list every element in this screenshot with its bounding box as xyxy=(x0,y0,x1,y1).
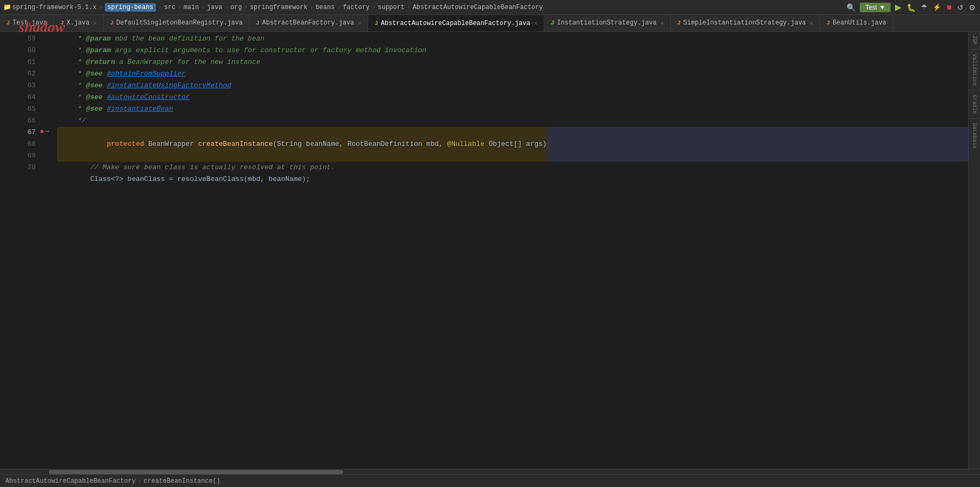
nav-sep: › xyxy=(158,4,162,11)
java-icon: J xyxy=(677,20,681,26)
code-line-63: * @see #instantiateUsingFactoryMethod xyxy=(57,80,968,92)
tab-label-abstract-bean-factory: AbstractBeanFactory.java xyxy=(262,19,354,27)
run-config-button[interactable]: Test ▼ xyxy=(860,3,891,12)
close-icon[interactable]: ✕ xyxy=(534,20,538,27)
code-line-68: // Make sure bean class is actually reso… xyxy=(57,162,968,174)
search-icon-btn[interactable]: 🔍 xyxy=(845,2,857,13)
database-panel-btn[interactable]: Database xyxy=(970,121,978,151)
code-line-67: protected BeanWrapper createBeanInstance… xyxy=(57,127,968,162)
nav-springframework-label: springframework xyxy=(250,4,308,11)
profile-button[interactable]: ⚡ xyxy=(932,2,942,12)
java-icon: J xyxy=(551,20,554,26)
nav-sep: › xyxy=(225,4,228,11)
nav-src-label: src xyxy=(164,4,176,11)
nav-item-spring-beans[interactable]: spring-beans xyxy=(105,3,156,12)
breadcrumb-class[interactable]: AbstractAutowireCapableBeanFactory xyxy=(5,477,136,485)
line-number: 63 xyxy=(11,80,36,92)
code-line-61: * @return a BeanWrapper for the new inst… xyxy=(57,56,968,68)
tab-abstract-bean-factory[interactable]: J AbstractBeanFactory.java ✕ xyxy=(250,15,368,31)
coverage-button[interactable]: ☂ xyxy=(920,2,928,12)
line-number: 60 xyxy=(11,45,36,56)
nav-right-tools: 🔍 Test ▼ ▶ 🐛 ☂ ⚡ ■ ↺ ⚙ xyxy=(845,1,977,13)
editor-gutter xyxy=(0,32,11,469)
nav-item-factory[interactable]: factory xyxy=(343,4,369,11)
close-icon[interactable]: ✕ xyxy=(93,20,97,27)
nav-sep: › xyxy=(178,4,181,11)
nav-item-org[interactable]: org xyxy=(230,4,242,11)
nav-sep: › xyxy=(337,4,340,11)
tab-default-singleton[interactable]: J DefaultSingletonBeanRegistry.java xyxy=(104,15,250,31)
nav-item-springframework[interactable]: springframework xyxy=(250,4,308,11)
nav-item-framework[interactable]: 📁 spring-framework-5.1.x xyxy=(3,4,96,11)
breadcrumb-bar: AbstractAutowireCapableBeanFactory › cre… xyxy=(0,474,980,487)
code-editor[interactable]: 59 60 61 62 63 64 65 66 67 68 69 70 xyxy=(0,32,968,469)
stop-button[interactable]: ■ xyxy=(945,2,953,13)
code-line-69: Class<?> beanClass = resolveBeanClass(mb… xyxy=(57,174,968,185)
nav-org-label: org xyxy=(230,4,242,11)
validation-panel-btn[interactable]: Validation xyxy=(970,52,978,88)
close-icon[interactable]: ✕ xyxy=(358,20,362,27)
scrollbar-thumb[interactable] xyxy=(49,470,343,474)
nav-sep: › xyxy=(201,4,205,11)
tab-label-instantiation-strategy: InstantiationStrategy.java xyxy=(557,19,657,27)
line-number: 62 xyxy=(11,68,36,80)
tab-simple-instantiation[interactable]: J SimpleInstantiationStrategy.java ✕ xyxy=(671,15,820,31)
nav-factory-label: factory xyxy=(343,4,369,11)
gutter-icons: ● → xyxy=(40,32,52,469)
tab-abstract-autowire[interactable]: J AbstractAutowireCapableBeanFactory.jav… xyxy=(368,15,544,31)
gradle-panel-btn[interactable]: Gradle xyxy=(970,93,978,116)
java-icon: J xyxy=(826,20,830,26)
nav-support-label: support xyxy=(378,4,404,11)
java-icon: J xyxy=(256,20,260,26)
java-icon: J xyxy=(6,20,10,26)
nav-item-beans[interactable]: beans xyxy=(315,4,335,11)
line-number: 61 xyxy=(11,56,36,68)
tab-label-default-singleton: DefaultSingletonBeanRegistry.java xyxy=(116,19,243,27)
run-button[interactable]: ▶ xyxy=(894,1,902,13)
tab-bean-utils[interactable]: J BeanUtils.java xyxy=(820,15,893,31)
line-number: 64 xyxy=(11,92,36,103)
run-config-label: Test xyxy=(865,4,877,11)
line-number: 67 xyxy=(11,127,36,138)
breadcrumb-separator: › xyxy=(138,477,142,485)
nav-item-class[interactable]: AbstractAutowireCapableBeanFactory xyxy=(413,4,543,11)
code-content[interactable]: * @param mbd the bean definition for the… xyxy=(52,32,968,469)
nav-beans-label: spring-beans xyxy=(107,4,153,11)
tab-instantiation-strategy[interactable]: J InstantiationStrategy.java ✕ xyxy=(544,15,670,31)
top-navigation-bar: 📁 spring-framework-5.1.x › spring-beans … xyxy=(0,0,980,15)
right-sidebar: JSP Validation Gradle Database xyxy=(968,32,980,469)
nav-sep: › xyxy=(98,4,102,11)
settings-gear-icon[interactable]: ⚙ xyxy=(968,2,977,13)
code-line-60: * @param args explicit arguments to use … xyxy=(57,45,968,56)
tab-label-abstract-autowire: AbstractAutowireCapableBeanFactory.java xyxy=(381,20,530,27)
horizontal-scrollbar[interactable] xyxy=(0,469,980,474)
code-line-66: */ xyxy=(57,115,968,127)
nav-class-label: AbstractAutowireCapableBeanFactory xyxy=(413,4,543,11)
nav-item-support[interactable]: support xyxy=(378,4,404,11)
editor-area: 59 60 61 62 63 64 65 66 67 68 69 70 xyxy=(0,32,980,487)
nav-item-src[interactable]: src xyxy=(164,4,176,11)
code-line-65: * @see #instantiateBean xyxy=(57,103,968,115)
nav-sep: › xyxy=(372,4,376,11)
nav-java-label: java xyxy=(207,4,222,11)
code-line-70 xyxy=(57,185,968,197)
java-icon: J xyxy=(110,20,114,26)
tab-label-bean-utils: BeanUtils.java xyxy=(833,19,886,27)
line-number: 70 xyxy=(11,162,36,174)
close-icon[interactable]: ✕ xyxy=(660,20,664,27)
nav-item-main[interactable]: main xyxy=(184,4,199,11)
line-numbers: 59 60 61 62 63 64 65 66 67 68 69 70 xyxy=(11,32,40,469)
file-tabs-bar: J Test.java J X.java ✕ J DefaultSingleto… xyxy=(0,15,980,32)
nav-framework-label: spring-framework-5.1.x xyxy=(12,4,96,11)
breadcrumb-method[interactable]: createBeanInstance() xyxy=(144,477,220,485)
reload-button[interactable]: ↺ xyxy=(956,2,965,13)
line-number: 65 xyxy=(11,103,36,115)
nav-sep: › xyxy=(406,4,410,11)
nav-main-label: main xyxy=(184,4,199,11)
run-gutter-icon[interactable]: ● xyxy=(40,127,44,136)
jsp-panel-btn[interactable]: JSP xyxy=(970,33,978,47)
line-number: 66 xyxy=(11,115,36,127)
close-icon[interactable]: ✕ xyxy=(810,20,813,27)
debug-button[interactable]: 🐛 xyxy=(906,2,917,13)
nav-item-java[interactable]: java xyxy=(207,4,222,11)
